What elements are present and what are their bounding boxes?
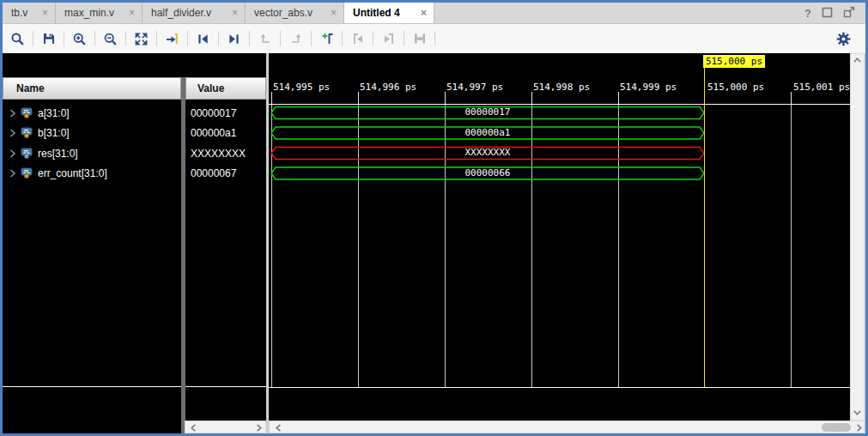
toolbar-separator — [249, 31, 250, 46]
axis-tick — [271, 92, 272, 104]
save-waveform-button[interactable] — [37, 27, 60, 50]
signal-row-b[interactable]: b[31:0] — [3, 123, 181, 142]
toolbar-separator — [94, 31, 95, 46]
next-transition-button[interactable] — [222, 27, 246, 50]
go-to-time-button[interactable] — [161, 27, 184, 50]
scrollbar-thumb[interactable] — [822, 423, 851, 432]
axis-tick-label: 515,001 ps — [793, 82, 850, 93]
signal-panel-bottom-line — [3, 386, 266, 387]
help-icon[interactable]: ? — [804, 8, 811, 19]
axis-tick — [618, 92, 619, 104]
scroll-right-icon[interactable] — [855, 423, 863, 434]
swap-cursor-button — [253, 27, 276, 50]
close-icon[interactable]: × — [421, 7, 427, 19]
close-icon[interactable]: × — [42, 7, 48, 19]
tab-tb-v[interactable]: tb.v × — [3, 3, 56, 23]
next-marker-button — [377, 27, 400, 50]
toolbar-separator — [218, 31, 219, 46]
signal-row-res[interactable]: res[31:0] — [3, 143, 181, 163]
zoom-out-button[interactable] — [99, 27, 122, 50]
scroll-left-icon[interactable] — [275, 423, 282, 434]
axis-tick — [445, 92, 446, 104]
waveform-viewer-window: tb.v × max_min.v × half_divider.v × vect… — [0, 0, 868, 436]
wave-vertical-scrollbar[interactable] — [850, 53, 865, 421]
scroll-left-icon[interactable] — [190, 423, 197, 434]
scroll-up-icon[interactable] — [853, 56, 861, 67]
toolbar-separator — [156, 31, 157, 46]
tab-untitled-4[interactable]: Untitled 4 × — [344, 3, 434, 23]
toolbar-separator — [373, 31, 373, 46]
toolbar-separator — [280, 31, 281, 46]
signal-name: err_count[31:0] — [38, 167, 107, 179]
tab-vector-abs-v[interactable]: vector_abs.v × — [246, 3, 344, 23]
expand-chevron-icon[interactable] — [9, 169, 16, 178]
axis-tick-label: 514,995 ps — [273, 82, 330, 93]
toolbar-separator — [434, 31, 435, 46]
axis-tick — [531, 92, 532, 104]
bus-signal-icon — [21, 107, 33, 118]
axis-tick — [791, 92, 792, 104]
waveform-canvas[interactable]: 515,000 ps 514,995 ps 514,996 ps 514,997… — [269, 53, 850, 421]
zoom-in-button[interactable] — [68, 27, 91, 50]
axis-tick — [358, 92, 359, 104]
find-button[interactable] — [6, 27, 29, 50]
tab-label: Untitled 4 — [353, 7, 400, 19]
tab-half-divider-v[interactable]: half_divider.v × — [143, 3, 246, 23]
value-column-header[interactable]: Value — [185, 77, 266, 100]
scroll-down-icon[interactable] — [853, 408, 861, 419]
zoom-fit-button[interactable] — [130, 27, 153, 50]
add-marker-button[interactable] — [315, 27, 338, 50]
close-icon[interactable]: × — [331, 7, 337, 19]
signal-value: XXXXXXXX — [191, 143, 266, 163]
signal-value: 000000a1 — [191, 123, 266, 142]
close-icon[interactable]: × — [232, 7, 238, 19]
toolbar-separator — [64, 31, 64, 46]
toolbar-separator — [33, 31, 33, 46]
tab-label: tb.v — [11, 7, 27, 19]
axis-tick-label: 514,996 ps — [360, 82, 416, 93]
name-value-column-divider[interactable] — [181, 77, 185, 433]
signal-row-err-count[interactable]: err_count[31:0] — [3, 163, 181, 183]
cursor-time-flag[interactable]: 515,000 ps — [703, 55, 765, 68]
close-icon[interactable]: × — [129, 7, 135, 19]
maximize-icon[interactable] — [822, 7, 833, 20]
float-window-icon[interactable] — [843, 6, 855, 20]
scroll-right-icon[interactable] — [255, 423, 263, 434]
tab-label: vector_abs.v — [254, 7, 313, 19]
toolbar-separator — [404, 31, 404, 46]
signal-panel: Name Value a[31:0] b[31:0] res[31:0] — [3, 53, 266, 433]
toolbar-separator — [311, 31, 312, 46]
bus-signal-icon — [21, 148, 33, 159]
waveform-plot-area[interactable]: 00000017 000000a1 XXXXXXXX 00000066 — [269, 105, 850, 388]
axis-tick-label: 514,998 ps — [533, 82, 590, 93]
wave-main-area: Name Value a[31:0] b[31:0] res[31:0] — [3, 53, 865, 433]
name-column-header[interactable]: Name — [3, 77, 181, 100]
bus-value-label: 000000a1 — [436, 127, 539, 139]
move-cursor-button — [284, 27, 307, 50]
tab-label: max_min.v — [64, 7, 114, 19]
wave-horizontal-scrollbar[interactable] — [269, 421, 865, 433]
snap-to-transition-button — [408, 27, 431, 50]
previous-transition-button[interactable] — [191, 27, 215, 50]
expand-chevron-icon[interactable] — [9, 109, 16, 118]
signal-name: b[31:0] — [38, 127, 70, 139]
tab-label: half_divider.v — [151, 7, 211, 19]
expand-chevron-icon[interactable] — [9, 129, 16, 137]
bus-signal-icon — [21, 167, 33, 179]
signal-name: res[31:0] — [38, 148, 78, 160]
value-column-scrollbar[interactable] — [185, 421, 266, 433]
tab-max-min-v[interactable]: max_min.v × — [56, 3, 143, 23]
signal-value: 00000017 — [191, 103, 266, 123]
waveform-svg — [269, 105, 850, 388]
expand-chevron-icon[interactable] — [9, 149, 16, 158]
bus-value-label: XXXXXXXX — [436, 147, 539, 159]
bus-signal-icon — [21, 127, 33, 138]
wave-toolbar — [3, 24, 865, 53]
axis-tick-label: 514,999 ps — [620, 82, 677, 93]
time-cursor-line[interactable] — [704, 68, 705, 388]
toolbar-separator — [342, 31, 343, 46]
signal-row-a[interactable]: a[31:0] — [3, 103, 181, 123]
settings-gear-icon[interactable] — [832, 27, 855, 50]
previous-marker-button — [346, 27, 369, 50]
bus-value-label: 00000017 — [436, 106, 539, 118]
